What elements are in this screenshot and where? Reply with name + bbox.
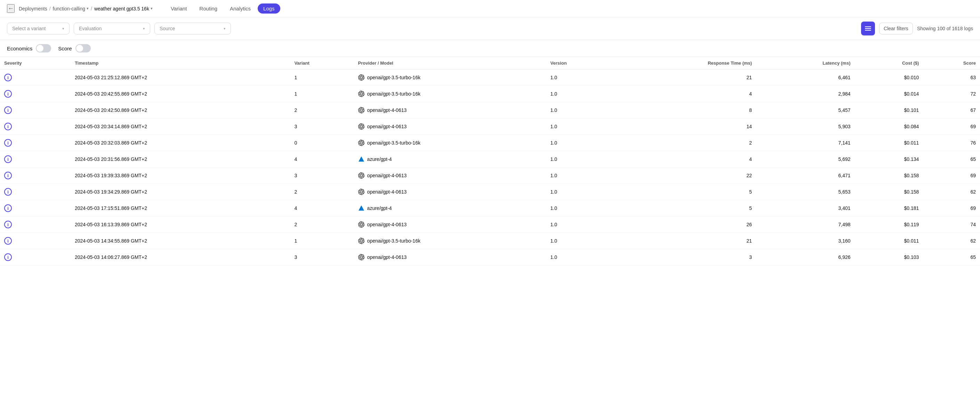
economics-label: Economics <box>7 46 32 51</box>
table-row[interactable]: i2024-05-03 20:32:03.869 GMT+20openai/gp… <box>0 135 980 151</box>
cell-cost: $0.101 <box>855 102 923 119</box>
source-label: Source <box>160 26 175 31</box>
cell-cost: $0.119 <box>855 216 923 233</box>
tab-variant[interactable]: Variant <box>165 3 192 14</box>
source-dropdown[interactable]: Source ▾ <box>154 22 231 34</box>
model-name: openai/gpt-4-0613 <box>367 107 407 113</box>
cell-version: 1.0 <box>546 102 614 119</box>
cell-version: 1.0 <box>546 168 614 184</box>
cell-response-time: 3 <box>614 249 756 265</box>
economics-toggle[interactable] <box>36 44 51 52</box>
evaluation-dropdown[interactable]: Evaluation ▾ <box>74 22 150 34</box>
cell-severity: i <box>0 184 71 200</box>
table-row[interactable]: i2024-05-03 14:34:55.869 GMT+21openai/gp… <box>0 233 980 249</box>
col-variant: Variant <box>290 57 354 70</box>
breadcrumb-current[interactable]: weather agent gpt3.5 16k ▾ <box>94 6 153 11</box>
info-icon[interactable]: i <box>4 253 12 261</box>
cell-latency: 6,461 <box>756 70 854 86</box>
clear-filters-button[interactable]: Clear filters <box>879 22 913 34</box>
col-latency: Latency (ms) <box>756 57 854 70</box>
select-variant-dropdown[interactable]: Select a variant ▾ <box>7 22 70 34</box>
cell-severity: i <box>0 119 71 135</box>
cell-variant: 0 <box>290 135 354 151</box>
cell-timestamp: 2024-05-03 14:34:55.869 GMT+2 <box>71 233 290 249</box>
info-icon[interactable]: i <box>4 237 12 244</box>
info-icon[interactable]: i <box>4 90 12 98</box>
cell-cost: $0.011 <box>855 233 923 249</box>
cell-timestamp: 2024-05-03 16:13:39.869 GMT+2 <box>71 216 290 233</box>
score-label: Score <box>58 46 72 51</box>
cell-cost: $0.011 <box>855 135 923 151</box>
table-row[interactable]: i2024-05-03 20:31:56.869 GMT+24azure/gpt… <box>0 151 980 168</box>
azure-icon <box>358 156 364 162</box>
cell-latency: 3,160 <box>756 233 854 249</box>
azure-icon <box>358 205 364 211</box>
cell-version: 1.0 <box>546 70 614 86</box>
table-row[interactable]: i2024-05-03 21:25:12.869 GMT+21openai/gp… <box>0 70 980 86</box>
table-row[interactable]: i2024-05-03 17:15:51.869 GMT+24azure/gpt… <box>0 200 980 216</box>
col-version: Version <box>546 57 614 70</box>
info-icon[interactable]: i <box>4 156 12 163</box>
economics-toggle-group: Economics <box>7 44 51 52</box>
cell-provider-model: openai/gpt-3.5-turbo-16k <box>354 86 546 102</box>
table-row[interactable]: i2024-05-03 20:34:14.869 GMT+23openai/gp… <box>0 119 980 135</box>
info-icon[interactable]: i <box>4 221 12 228</box>
svg-marker-3 <box>358 156 364 162</box>
cell-cost: $0.103 <box>855 249 923 265</box>
breadcrumb-function-calling[interactable]: function-calling ▾ <box>53 6 89 11</box>
cell-version: 1.0 <box>546 135 614 151</box>
table-header-row: Severity Timestamp Variant Provider / Mo… <box>0 57 980 70</box>
cell-response-time: 5 <box>614 200 756 216</box>
cell-severity: i <box>0 216 71 233</box>
openai-icon <box>358 75 364 81</box>
cell-variant: 3 <box>290 119 354 135</box>
table-row[interactable]: i2024-05-03 19:34:29.869 GMT+22openai/gp… <box>0 184 980 200</box>
cell-provider-model: openai/gpt-4-0613 <box>354 168 546 184</box>
table-row[interactable]: i2024-05-03 20:42:55.869 GMT+21openai/gp… <box>0 86 980 102</box>
tab-logs[interactable]: Logs <box>258 3 280 14</box>
table-row[interactable]: i2024-05-03 20:42:50.869 GMT+22openai/gp… <box>0 102 980 119</box>
logs-table: Severity Timestamp Variant Provider / Mo… <box>0 57 980 265</box>
cell-variant: 1 <box>290 70 354 86</box>
info-icon[interactable]: i <box>4 139 12 147</box>
cell-response-time: 2 <box>614 135 756 151</box>
openai-icon <box>358 107 364 113</box>
table-row[interactable]: i2024-05-03 19:39:33.869 GMT+23openai/gp… <box>0 168 980 184</box>
cell-timestamp: 2024-05-03 19:34:29.869 GMT+2 <box>71 184 290 200</box>
cell-response-time: 21 <box>614 70 756 86</box>
tab-routing[interactable]: Routing <box>194 3 223 14</box>
cell-provider-model: openai/gpt-4-0613 <box>354 119 546 135</box>
evaluation-chevron: ▾ <box>143 26 145 31</box>
back-button[interactable]: ← <box>7 4 14 13</box>
info-icon[interactable]: i <box>4 106 12 114</box>
svg-rect-0 <box>865 26 871 27</box>
function-calling-chevron: ▾ <box>87 6 89 11</box>
toolbar: Select a variant ▾ Evaluation ▾ Source ▾… <box>0 17 980 40</box>
model-name: openai/gpt-4-0613 <box>367 124 407 129</box>
cell-timestamp: 2024-05-03 20:42:55.869 GMT+2 <box>71 86 290 102</box>
cell-provider-model: azure/gpt-4 <box>354 151 546 168</box>
tab-analytics[interactable]: Analytics <box>224 3 256 14</box>
cell-score: 76 <box>923 135 980 151</box>
cell-provider-model: azure/gpt-4 <box>354 200 546 216</box>
table-row[interactable]: i2024-05-03 14:06:27.869 GMT+23openai/gp… <box>0 249 980 265</box>
info-icon[interactable]: i <box>4 172 12 179</box>
score-toggle[interactable] <box>75 44 91 52</box>
cell-timestamp: 2024-05-03 20:31:56.869 GMT+2 <box>71 151 290 168</box>
filter-icon-button[interactable] <box>861 22 875 35</box>
cell-response-time: 8 <box>614 102 756 119</box>
toggles-row: Economics Score <box>0 40 980 57</box>
info-icon[interactable]: i <box>4 123 12 130</box>
breadcrumb-deployments[interactable]: Deployments <box>19 6 47 11</box>
info-icon[interactable]: i <box>4 188 12 196</box>
cell-timestamp: 2024-05-03 14:06:27.869 GMT+2 <box>71 249 290 265</box>
filter-icon <box>865 25 871 32</box>
openai-icon <box>358 254 364 260</box>
table-row[interactable]: i2024-05-03 16:13:39.869 GMT+22openai/gp… <box>0 216 980 233</box>
cell-variant: 4 <box>290 200 354 216</box>
col-timestamp: Timestamp <box>71 57 290 70</box>
cell-latency: 6,471 <box>756 168 854 184</box>
info-icon[interactable]: i <box>4 74 12 81</box>
info-icon[interactable]: i <box>4 204 12 212</box>
col-provider-model: Provider / Model <box>354 57 546 70</box>
